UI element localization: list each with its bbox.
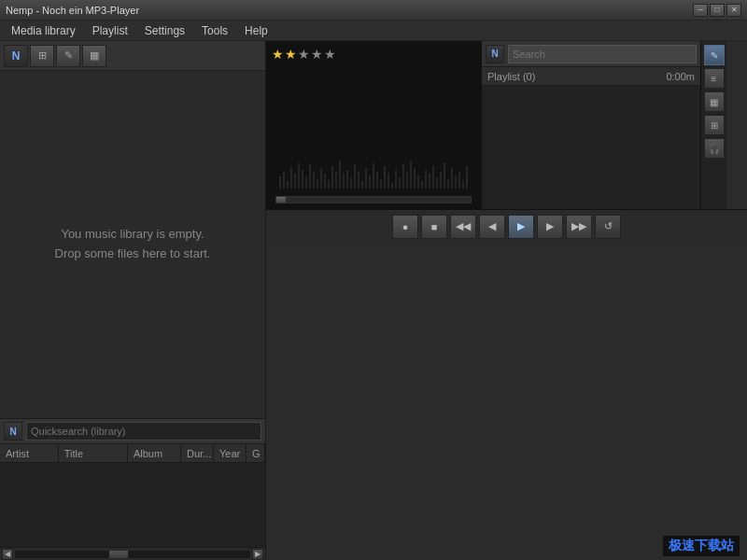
watermark: 极速下载站 — [663, 536, 740, 556]
library-empty-line1: You music library is empty. — [61, 225, 204, 245]
stop-button[interactable]: ■ — [421, 215, 447, 239]
scroll-thumb[interactable] — [109, 551, 128, 558]
visualizer: ★ ★ ★ ★ ★ — [266, 41, 481, 209]
left-panel: N ⊞ ✎ ▦ You music library is empty. Drop… — [0, 41, 266, 560]
library-content: You music library is empty. Drop some fi… — [0, 71, 265, 418]
library-logo-button[interactable]: N — [4, 45, 28, 67]
play-button[interactable]: ▶ — [508, 215, 534, 239]
plugin-btn-2[interactable]: ≡ — [704, 68, 725, 89]
repeat-button[interactable]: ↺ — [595, 215, 621, 239]
star-4[interactable]: ★ — [311, 47, 323, 62]
menu-settings[interactable]: Settings — [137, 22, 192, 39]
title-text: Nemp - Noch ein MP3-Player — [6, 5, 139, 16]
prev-button[interactable]: ◀◀ — [450, 215, 476, 239]
waveform-svg — [275, 153, 472, 190]
library-btn2[interactable]: ✎ — [56, 45, 80, 67]
next-button[interactable]: ▶▶ — [566, 215, 592, 239]
library-empty-line2: Drop some files here to start. — [55, 245, 211, 264]
library-toolbar: N ⊞ ✎ ▦ — [0, 41, 265, 71]
library-btn3[interactable]: ▦ — [82, 45, 106, 67]
main-container: N ⊞ ✎ ▦ You music library is empty. Drop… — [0, 41, 747, 560]
playlist-logo: N — [486, 45, 504, 63]
playlist-content — [482, 86, 700, 209]
table-header: Artist Title Album Dur... Year G — [0, 444, 265, 463]
side-controls: N Playlist (0) 0:00m — [481, 41, 700, 209]
menu-media-library[interactable]: Media library — [4, 22, 83, 39]
record-button[interactable]: ● — [392, 215, 418, 239]
playlist-info-bar: Playlist (0) 0:00m — [482, 67, 700, 86]
plugin-btn-1[interactable]: ✎ — [704, 45, 725, 65]
search-input[interactable] — [508, 45, 697, 63]
playlist-duration: 0:00m — [666, 71, 695, 82]
menu-help[interactable]: Help — [237, 22, 275, 39]
title-bar: Nemp - Noch ein MP3-Player ─ □ ✕ — [0, 0, 747, 21]
scroll-right-arrow[interactable]: ▶ — [252, 549, 263, 560]
col-title: Title — [59, 444, 128, 462]
scroll-left-arrow[interactable]: ◀ — [2, 549, 13, 560]
col-year: Year — [214, 444, 247, 462]
star-2[interactable]: ★ — [285, 47, 297, 62]
maximize-button[interactable]: □ — [710, 4, 725, 17]
col-album: Album — [128, 444, 181, 462]
playlist-header-area: N — [482, 41, 700, 67]
player-top: ★ ★ ★ ★ ★ — [266, 41, 747, 209]
plugin-btn-4[interactable]: ⊞ — [704, 115, 725, 135]
right-panel: ★ ★ ★ ★ ★ — [266, 41, 747, 560]
playlist-label: Playlist (0) — [487, 71, 535, 82]
plugin-btn-5[interactable]: 🎧 — [704, 138, 725, 159]
menu-bar: Media library Playlist Settings Tools He… — [0, 21, 747, 41]
scroll-track[interactable] — [15, 551, 250, 558]
quicksearch-logo: N — [4, 422, 22, 441]
progress-bar-fill — [276, 197, 286, 203]
star-1[interactable]: ★ — [272, 47, 284, 62]
star-rating: ★ ★ ★ ★ ★ — [272, 47, 336, 62]
library-btn1[interactable]: ⊞ — [30, 45, 54, 67]
minimize-button[interactable]: ─ — [693, 4, 708, 17]
col-duration: Dur... — [181, 444, 214, 462]
library-rows — [0, 463, 265, 547]
prev-track-button[interactable]: ◀ — [479, 215, 505, 239]
close-button[interactable]: ✕ — [726, 4, 741, 17]
col-g: G — [247, 444, 265, 462]
quicksearch-input[interactable] — [26, 422, 261, 441]
menu-playlist[interactable]: Playlist — [85, 22, 135, 39]
window-controls: ─ □ ✕ — [693, 4, 741, 17]
right-side: ✎ ≡ ▦ ⊞ 🎧 — [700, 41, 726, 209]
next-track-button[interactable]: ▶ — [537, 215, 563, 239]
bottom-scrollbar[interactable]: ◀ ▶ — [0, 547, 265, 560]
transport-controls: ● ■ ◀◀ ◀ ▶ ▶ ▶▶ ↺ — [266, 209, 747, 243]
menu-tools[interactable]: Tools — [194, 22, 235, 39]
quicksearch-bar: N — [0, 418, 265, 444]
progress-bar-container[interactable] — [275, 196, 472, 203]
waveform-lines — [275, 153, 472, 190]
col-artist: Artist — [0, 444, 59, 462]
star-3[interactable]: ★ — [298, 47, 310, 62]
plugin-btn-3[interactable]: ▦ — [704, 91, 725, 112]
star-5[interactable]: ★ — [324, 47, 336, 62]
